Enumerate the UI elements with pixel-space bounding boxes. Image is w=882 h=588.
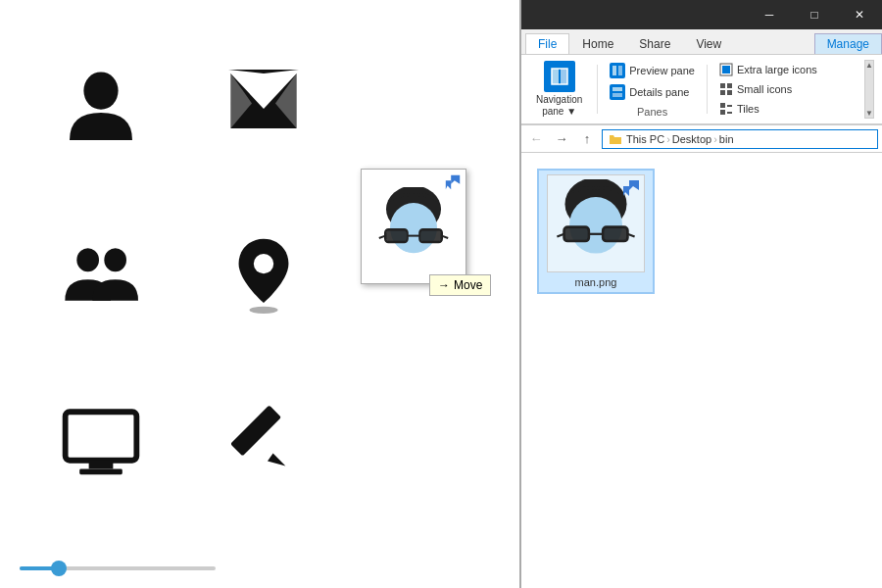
svg-rect-23 [420, 230, 441, 241]
svg-rect-35 [720, 83, 725, 88]
svg-point-7 [104, 248, 126, 271]
svg-rect-41 [720, 110, 725, 115]
details-pane-label: Details pane [629, 86, 689, 98]
svg-rect-40 [727, 105, 732, 107]
svg-rect-30 [618, 66, 622, 75]
slider-thumb[interactable] [51, 561, 67, 576]
panes-section: Preview pane Details pane Panes [606, 61, 699, 118]
svg-marker-15 [451, 175, 460, 184]
tab-home[interactable]: Home [569, 33, 626, 54]
forward-button[interactable]: → [551, 128, 572, 150]
icon-cell-pen[interactable] [182, 360, 345, 529]
svg-point-0 [84, 72, 119, 109]
move-tooltip: → Move [429, 274, 491, 296]
nav-pane-label: Navigationpane ▼ [536, 94, 582, 118]
icon-cell-monitor[interactable] [20, 360, 182, 529]
icon-cell-mail[interactable] [182, 20, 345, 189]
close-button[interactable]: ✕ [837, 0, 882, 29]
folder-icon [609, 132, 622, 146]
navigation-pane-button[interactable]: Navigationpane ▼ [529, 56, 589, 122]
user-icon [62, 66, 140, 144]
svg-point-6 [76, 248, 99, 271]
man-face-drag-icon [374, 187, 453, 266]
preview-pane-icon [610, 63, 625, 78]
svg-marker-16 [446, 180, 451, 189]
svg-point-8 [254, 254, 273, 273]
extra-large-icon [719, 63, 733, 76]
tab-share[interactable]: Share [626, 33, 683, 54]
tiles-option[interactable]: Tiles [715, 100, 857, 118]
svg-rect-32 [612, 93, 622, 97]
svg-point-44 [569, 197, 622, 254]
svg-rect-36 [727, 83, 732, 88]
maximize-button[interactable]: □ [792, 0, 837, 29]
group-icon [62, 235, 140, 314]
address-bar: ← → ↑ This PC › Desktop › bin [521, 125, 882, 153]
file-item-man-png[interactable]: man.png [537, 169, 655, 294]
tiles-icon [719, 102, 733, 116]
slider-track [20, 566, 216, 570]
details-pane-icon [610, 84, 625, 100]
svg-rect-38 [727, 90, 732, 95]
svg-rect-31 [612, 87, 622, 91]
file-pin-icon [621, 178, 641, 198]
icon-cell-empty1 [346, 20, 509, 189]
icon-cell-group[interactable] [20, 189, 182, 359]
path-desktop: Desktop [672, 133, 711, 145]
tab-file[interactable]: File [525, 33, 569, 54]
extra-large-icons-option[interactable]: Extra large icons [715, 61, 857, 78]
up-button[interactable]: ↑ [576, 128, 598, 150]
location-icon [224, 235, 303, 314]
small-icons-label: Small icons [737, 83, 792, 95]
ribbon-divider-1 [597, 65, 598, 114]
svg-rect-26 [552, 69, 559, 84]
svg-rect-10 [66, 413, 137, 461]
extra-large-label: Extra large icons [737, 64, 817, 75]
small-icons-option[interactable]: Small icons [715, 80, 857, 98]
file-content: man.png [521, 153, 882, 588]
ribbon-content: Navigationpane ▼ Preview pane [521, 55, 882, 125]
path-bin: bin [719, 133, 734, 145]
explorer-panel: ─ □ ✕ File Home Share View Manage Naviga… [519, 0, 882, 588]
file-name-label: man.png [575, 276, 617, 288]
svg-rect-11 [89, 461, 114, 469]
pen-icon [224, 405, 303, 483]
svg-rect-39 [720, 103, 725, 108]
icon-cell-location[interactable] [182, 189, 345, 359]
icon-cell-empty2 [346, 360, 509, 529]
explorer-titlebar: ─ □ ✕ [521, 0, 882, 29]
details-pane-button[interactable]: Details pane [606, 82, 699, 102]
minimize-button[interactable]: ─ [747, 0, 792, 29]
svg-point-18 [390, 203, 437, 253]
view-options-list: Extra large icons Small icons Ti [715, 61, 857, 118]
svg-marker-14 [268, 454, 285, 466]
preview-pane-button[interactable]: Preview pane [606, 61, 699, 80]
small-icons-icon [719, 82, 733, 96]
svg-rect-34 [722, 66, 730, 74]
ribbon-tabs: File Home Share View Manage [521, 29, 882, 55]
ribbon-divider-2 [707, 65, 708, 114]
svg-marker-52 [629, 180, 639, 190]
svg-point-9 [250, 307, 278, 314]
file-icon-wrapper [547, 174, 645, 272]
svg-marker-1 [228, 70, 299, 74]
svg-marker-53 [623, 186, 629, 196]
mail-icon [224, 66, 303, 144]
move-arrow-icon: → [438, 278, 450, 292]
zoom-slider[interactable] [20, 559, 216, 578]
icon-cell-user[interactable] [20, 20, 182, 189]
tab-manage[interactable]: Manage [814, 33, 882, 54]
tiles-label: Tiles [737, 103, 760, 115]
svg-rect-37 [720, 90, 725, 95]
back-button[interactable]: ← [525, 128, 547, 150]
dragged-icon[interactable] [361, 169, 466, 284]
panes-label: Panes [606, 106, 699, 118]
svg-rect-29 [612, 66, 616, 75]
move-label: Move [454, 278, 482, 292]
address-path[interactable]: This PC › Desktop › bin [602, 129, 878, 149]
preview-pane-label: Preview pane [629, 65, 695, 76]
svg-rect-42 [727, 112, 732, 114]
tab-view[interactable]: View [683, 33, 734, 54]
svg-rect-13 [231, 406, 282, 457]
ribbon-scrollbar[interactable]: ▲ ▼ [864, 60, 874, 119]
